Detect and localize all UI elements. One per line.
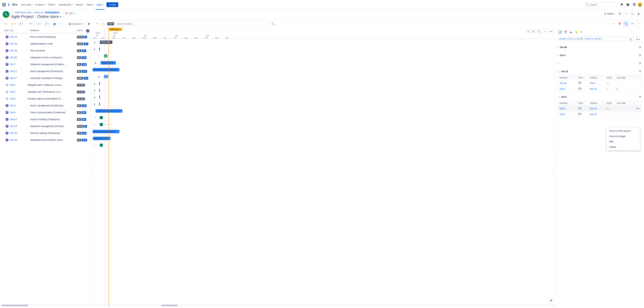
chevron-icon[interactable]: ⌄: [558, 70, 560, 73]
expand-button[interactable]: ⤢: [543, 29, 548, 34]
row-actions-icon[interactable]: •••: [636, 107, 640, 110]
dependency-row[interactable]: OA-10 OA-4 —: [558, 80, 641, 86]
nav-apps[interactable]: Apps▾: [96, 2, 104, 7]
view-button[interactable]: 👁▾: [28, 22, 35, 26]
gantt-bar[interactable]: Price contr: [100, 40, 112, 44]
chevron-icon[interactable]: ›: [558, 62, 559, 65]
col-header-key[interactable]: KEY: [10, 29, 24, 31]
ctx-delete[interactable]: Delete: [606, 144, 640, 150]
close-group-icon[interactable]: ✕: [639, 45, 641, 49]
title-dropdown-icon[interactable]: ▾: [60, 15, 61, 18]
gantt-row[interactable]: ✓: [90, 114, 555, 121]
zoom-in-button[interactable]: 🔍⁺: [537, 29, 542, 34]
nav-filters[interactable]: Filters▾: [47, 2, 57, 7]
expand-icon[interactable]: ›: [28, 70, 28, 72]
table-row[interactable]: OA-20 ›Integration of two e-commerce ...…: [0, 54, 90, 61]
table-row[interactable]: OA-7 ›Shipment management [Craftsm... 0%…: [0, 61, 90, 68]
calendar-icon[interactable]: 📅: [617, 21, 622, 26]
tab-history[interactable]: ↻: [579, 30, 584, 34]
layout-button[interactable]: ☰▾: [36, 22, 42, 26]
link-button[interactable]: 🔗▾: [44, 22, 51, 26]
breadcrumb-home[interactable]: ⌂: [11, 11, 12, 14]
expand-icon[interactable]: ›: [28, 56, 28, 58]
add-button[interactable]: +▾: [3, 22, 8, 26]
table-row[interactable]: OA-16 ›Adding listings in bulk 100%0%: [0, 40, 90, 47]
grid-scrollbar[interactable]: [0, 304, 90, 307]
project-icon[interactable]: [3, 11, 10, 18]
user-avatar[interactable]: [638, 3, 642, 7]
collapse-left-button[interactable]: ‹: [90, 167, 94, 174]
gantt-row[interactable]: ✓: [90, 121, 555, 128]
toolbar-search-input[interactable]: [117, 22, 271, 25]
gantt-row[interactable]: →Security setting: [90, 135, 555, 142]
gantt-row[interactable]: ⬆: [90, 87, 555, 94]
scroll-start-button[interactable]: |←: [100, 22, 106, 26]
issue-key-link[interactable]: OA-17: [10, 77, 17, 79]
nav-your-work[interactable]: Your work▾: [20, 2, 34, 7]
live-badge[interactable]: Live ▾: [63, 11, 76, 15]
settings-icon[interactable]: [632, 3, 636, 7]
more-icon[interactable]: •••: [630, 21, 635, 26]
gantt-scrollbar[interactable]: [90, 304, 555, 307]
view-selector[interactable]: ☰ Gantt ▾: [603, 11, 616, 16]
tab-calendar[interactable]: 📅: [563, 30, 568, 34]
dep-group-header[interactable]: ⌄ OA-10 ✕: [558, 68, 641, 75]
expand-icon[interactable]: ›: [28, 111, 28, 113]
issue-key-link[interactable]: OA-18: [10, 49, 17, 52]
breadcrumb-key[interactable]: AGILE-16: [34, 11, 43, 14]
issue-key-link[interactable]: OA-2: [10, 90, 16, 93]
gantt-bar[interactable]: [100, 123, 103, 126]
gantt-more-button[interactable]: •••: [548, 29, 554, 34]
gantt-bar[interactable]: [104, 75, 108, 78]
toolbar-search[interactable]: 🔍: [115, 21, 276, 26]
gantt-row[interactable]: ⬆Price contr: [90, 39, 555, 46]
gantt-bar[interactable]: [99, 47, 100, 51]
gantt-row[interactable]: Shipment management: [90, 128, 555, 135]
table-row[interactable]: OA-1 Integrate with 'Craftsman' e-com...…: [0, 82, 90, 88]
issue-key-link[interactable]: OA-11: [10, 70, 17, 72]
gantt-bar[interactable]: [99, 102, 100, 106]
share-button[interactable]: [617, 11, 622, 16]
remove-chip-icon[interactable]: ✕: [574, 38, 576, 40]
dep-group-header[interactable]: › OA-4 ✕: [558, 52, 641, 58]
filter-chip[interactable]: OA-4 ✕: [568, 37, 576, 40]
remove-chip-icon[interactable]: ✕: [592, 38, 593, 40]
expand-icon[interactable]: ›: [28, 132, 28, 134]
close-group-icon[interactable]: ✕: [639, 95, 641, 99]
essentials-button[interactable]: ▦ Essentials*▾: [67, 22, 85, 26]
issue-key-link[interactable]: OA-15: [10, 132, 17, 134]
add-column-button[interactable]: +: [86, 29, 90, 32]
team-button[interactable]: 👥: [52, 22, 57, 26]
table-row[interactable]: OA-19 ›Marketing and promotion mana... 0…: [0, 137, 90, 143]
table-row[interactable]: OA-3 Develop native functionalities fo..…: [0, 95, 90, 102]
col-header-summary[interactable]: ›SUMMARY: [24, 29, 77, 31]
table-row[interactable]: OA-15 ›Security settings [Tools4you] 0%1…: [0, 130, 90, 137]
sort-button[interactable]: ▾: [18, 22, 25, 26]
status-lozenge[interactable]: IN PROGRESS ▾: [44, 11, 60, 14]
issue-key-link[interactable]: OA-1: [10, 84, 16, 86]
dependency-row[interactable]: OA-6 OA-10: [558, 111, 641, 117]
gantt-bar[interactable]: Security setting: [93, 137, 110, 140]
issue-key-link[interactable]: OA-16: [10, 42, 17, 45]
download-button[interactable]: [58, 22, 64, 26]
folder-button[interactable]: 📁▾: [10, 22, 17, 26]
gantt-row[interactable]: Stock management [Craf: [90, 108, 555, 114]
filter-button[interactable]: ⚙ ▾: [634, 36, 641, 42]
expand-icon[interactable]: ›: [28, 125, 28, 127]
gantt-bar[interactable]: Shipment management [Cr: [92, 68, 120, 71]
app-switcher-icon[interactable]: [2, 3, 6, 7]
chevron-icon[interactable]: ⌄: [558, 95, 560, 98]
gantt-bar[interactable]: [104, 54, 107, 58]
gantt-row[interactable]: ⬆: [90, 101, 555, 108]
bolt-icon[interactable]: ⚡: [610, 21, 616, 26]
nav-plans[interactable]: Plans▾: [86, 2, 95, 7]
minimap-button[interactable]: 🗺: [548, 298, 554, 303]
table-row[interactable]: OA-17 ›Automatic translation of listings…: [0, 75, 90, 82]
collapse-icon[interactable]: ⌃: [636, 21, 641, 26]
create-button[interactable]: Create: [106, 2, 118, 7]
issue-key-link[interactable]: OA-5: [10, 104, 16, 107]
expand-icon[interactable]: ›: [28, 63, 28, 65]
breadcrumb-portfolio[interactable]: PORTFOLIO 2024: [15, 11, 32, 14]
gantt-bar[interactable]: Stock management [Craf: [96, 109, 122, 113]
remove-chip-icon[interactable]: ✕: [566, 38, 568, 40]
